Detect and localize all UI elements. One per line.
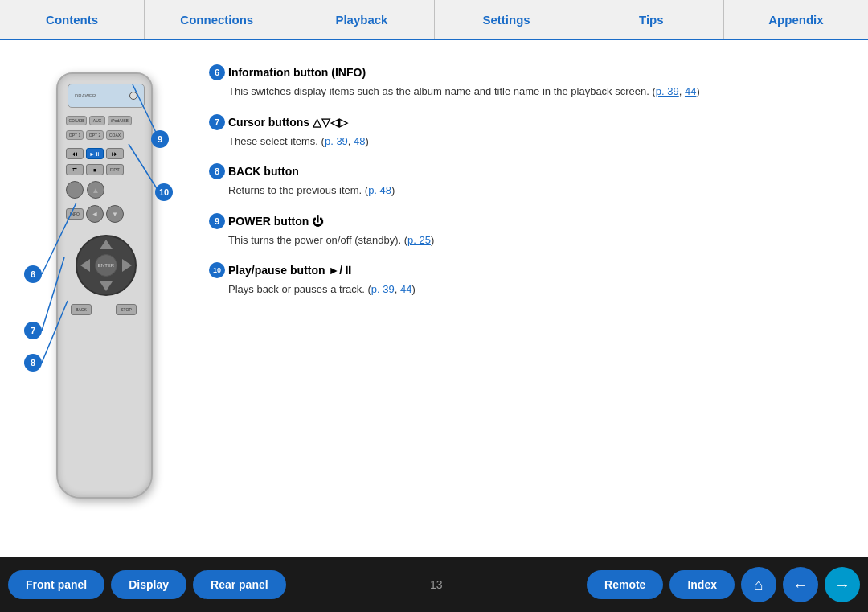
info-text-6: This switches display items such as the … xyxy=(228,85,656,97)
info-panel: 6 Information button (INFO) This switche… xyxy=(209,56,852,539)
info-item-9: 9 POWER button ⏻ This turns the power on… xyxy=(209,213,852,248)
info-close-8: ) xyxy=(391,184,395,196)
display-button[interactable]: Display xyxy=(111,570,186,599)
info-sep-10: , xyxy=(395,283,400,295)
random-btn[interactable]: ⇄ xyxy=(66,164,84,175)
info-sep-6: , xyxy=(679,85,685,97)
info-link-7a[interactable]: p. 39 xyxy=(325,135,348,147)
num-badge-8: 8 xyxy=(209,163,225,179)
info-link-10a[interactable]: p. 39 xyxy=(371,283,395,295)
info-link-9a[interactable]: p. 25 xyxy=(407,234,431,246)
button-row-1: CD/USB AUX iPod/USB xyxy=(66,116,132,125)
info-item-10: 10 Play/pause button ►/⏸ Plays back or p… xyxy=(209,262,852,298)
info-title-10: 10 Play/pause button ►/⏸ xyxy=(209,262,852,278)
page-number: 13 xyxy=(293,578,580,591)
main-content: DRAWER CD/USB AUX iPod/USB OPT 1 OPT 2 C… xyxy=(0,40,868,555)
vol-mode-row: ▲ xyxy=(66,181,104,199)
home-button[interactable]: ⌂ xyxy=(741,567,776,602)
num-badge-6: 6 xyxy=(209,64,225,80)
remote-display: DRAWER xyxy=(68,84,145,108)
info-item-6: 6 Information button (INFO) This switche… xyxy=(209,64,852,100)
dpad-right[interactable] xyxy=(122,259,132,272)
callout-9: 9 xyxy=(151,130,169,148)
info-link-10b[interactable]: 44 xyxy=(400,283,411,295)
tab-tips[interactable]: Tips xyxy=(579,0,724,39)
info-link-8a[interactable]: p. 48 xyxy=(368,184,391,196)
info-body-10: Plays back or pauses a track. (p. 39, 44… xyxy=(209,281,852,298)
info-heading-8: BACK button xyxy=(228,165,299,178)
dpad-up[interactable] xyxy=(100,240,113,249)
callout-8: 8 xyxy=(24,354,42,372)
opt2-btn[interactable]: OPT 2 xyxy=(86,130,104,140)
dpad: ENTER xyxy=(76,235,137,296)
info-title-8: 8 BACK button xyxy=(209,163,852,179)
play-pause-btn[interactable]: ►⏸ xyxy=(86,148,104,159)
info-text-8: Returns to the previous item. ( xyxy=(228,184,368,196)
vol-up-btn[interactable]: ▼ xyxy=(106,205,124,223)
info-title-7: 7 Cursor buttons △▽◁▷ xyxy=(209,114,852,130)
remote-button[interactable]: Remote xyxy=(587,570,663,599)
info-link-7b[interactable]: 48 xyxy=(354,135,365,147)
front-panel-button[interactable]: Front panel xyxy=(8,570,104,599)
info-close-10: ) xyxy=(411,283,415,295)
tab-appendix[interactable]: Appendix xyxy=(724,0,868,39)
cd-usb-btn[interactable]: CD/USB xyxy=(66,116,87,125)
index-button[interactable]: Index xyxy=(669,570,735,599)
coax-btn[interactable]: COAX xyxy=(106,130,124,140)
info-close-7: ) xyxy=(366,135,369,147)
enter-btn[interactable]: ENTER xyxy=(95,254,117,277)
repeat-btn[interactable]: RPT xyxy=(106,164,124,175)
back-btn[interactable]: BACK xyxy=(71,304,92,315)
info-text-9: This turns the power on/off (standby). ( xyxy=(228,234,407,246)
num-badge-9: 9 xyxy=(209,213,225,229)
next-track-btn[interactable]: ⏭ xyxy=(106,148,124,159)
aux-btn[interactable]: AUX xyxy=(89,116,105,125)
callout-10: 10 xyxy=(155,183,173,201)
forward-nav-button[interactable]: → xyxy=(825,567,860,602)
info-item-7: 7 Cursor buttons △▽◁▷ These select items… xyxy=(209,114,852,150)
tab-connections[interactable]: Connections xyxy=(145,0,289,39)
drawer-label: DRAWER xyxy=(75,93,96,98)
bottom-navigation: Front panel Display Rear panel 13 Remote… xyxy=(0,557,868,612)
dpad-ring: ENTER xyxy=(76,235,137,296)
info-link-6b[interactable]: 44 xyxy=(685,85,696,97)
tab-playback[interactable]: Playback xyxy=(289,0,434,39)
callout-6: 6 xyxy=(24,265,42,283)
info-body-6: This switches display items such as the … xyxy=(209,84,852,100)
info-heading-7: Cursor buttons △▽◁▷ xyxy=(228,116,348,129)
info-item-8: 8 BACK button Returns to the previous it… xyxy=(209,163,852,199)
stop2-btn[interactable]: STOP xyxy=(116,304,137,315)
top-navigation: Contents Connections Playback Settings T… xyxy=(0,0,868,40)
prev-track-btn[interactable]: ⏮ xyxy=(66,148,84,159)
info-text-10: Plays back or pauses a track. ( xyxy=(228,283,371,295)
info-vol-row: INFO ◄ ▼ xyxy=(66,205,124,223)
mode-btn[interactable] xyxy=(66,181,84,199)
num-badge-7: 7 xyxy=(209,114,225,130)
ipod-usb-btn[interactable]: iPod/USB xyxy=(108,116,132,125)
tab-settings[interactable]: Settings xyxy=(435,0,579,39)
info-body-9: This turns the power on/off (standby). (… xyxy=(209,232,852,248)
num-badge-10: 10 xyxy=(209,262,225,278)
info-body-8: Returns to the previous item. (p. 48) xyxy=(209,183,852,199)
stop-btn[interactable]: ■ xyxy=(86,164,104,175)
info-title-9: 9 POWER button ⏻ xyxy=(209,213,852,229)
rear-panel-button[interactable]: Rear panel xyxy=(193,570,286,599)
eject-btn[interactable]: ▲ xyxy=(87,181,104,199)
callout-7: 7 xyxy=(24,322,42,339)
button-row-2: OPT 1 OPT 2 COAX xyxy=(66,130,124,140)
back-nav-button[interactable]: ← xyxy=(783,567,818,602)
info-link-6a[interactable]: p. 39 xyxy=(656,85,679,97)
power-button-remote xyxy=(129,92,137,100)
info-btn[interactable]: INFO xyxy=(66,208,84,220)
opt1-btn[interactable]: OPT 1 xyxy=(66,130,84,140)
dpad-left[interactable] xyxy=(80,259,90,272)
vol-down-btn[interactable]: ◄ xyxy=(86,205,104,223)
remote-illustration: DRAWER CD/USB AUX iPod/USB OPT 1 OPT 2 C… xyxy=(16,56,193,539)
info-text-7: These select items. ( xyxy=(228,135,325,147)
tab-contents[interactable]: Contents xyxy=(0,0,145,39)
info-close-9: ) xyxy=(431,234,434,246)
info-title-6: 6 Information button (INFO) xyxy=(209,64,852,80)
dpad-down[interactable] xyxy=(100,281,113,291)
info-sep-7: , xyxy=(348,135,354,147)
info-heading-6: Information button (INFO) xyxy=(228,66,366,79)
